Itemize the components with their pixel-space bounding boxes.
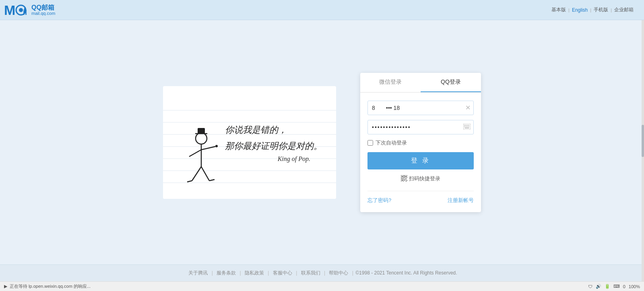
handwriting-text: 你说我是错的， 那你最好证明你是对的。 King of Pop. [177,122,322,163]
login-button[interactable]: 登 录 [367,152,474,169]
battery-icon: 🔋 [605,284,610,289]
forgot-password-link[interactable]: 忘了密码? [367,197,391,204]
illustration-line1: 你说我是错的， [225,122,322,138]
svg-rect-25 [464,125,465,126]
logo-url-label: mail.qq.com [31,11,55,16]
logo-svg: M il [4,2,28,18]
illustration-signature: King of Pop. [225,155,310,163]
tab-wechat[interactable]: 微信登录 [360,73,421,92]
top-nav-links: 基本版 | English | 手机版 | 企业邮箱 [549,6,636,13]
footer-link-privacy[interactable]: 隐私政策 [245,270,264,276]
scrollbar[interactable] [642,20,644,281]
volume-icon: 🔊 [596,284,601,289]
footer-link-about[interactable]: 关于腾讯 [188,270,208,276]
login-footer-links: 忘了密码? 注册新帐号 [367,191,474,204]
keyboard-icon[interactable] [463,124,471,130]
svg-text:M: M [4,2,15,18]
svg-rect-28 [469,125,470,126]
svg-text:il: il [23,8,27,17]
svg-rect-29 [464,126,465,127]
footer-sep-4: | [296,270,297,276]
footer-sep-5: | [324,270,325,276]
login-box: 微信登录 QQ登录 ✕ [360,73,481,212]
qr-icon [401,175,407,183]
qr-login-row[interactable]: 扫码快捷登录 [367,175,474,183]
play-icon: ▶ [4,284,7,289]
svg-rect-30 [466,126,467,127]
svg-rect-35 [402,176,403,177]
svg-rect-40 [405,179,405,180]
clear-icon[interactable]: ✕ [465,105,471,111]
nav-english-link[interactable]: English [570,7,590,13]
svg-rect-39 [402,180,403,181]
top-bar: M il QQ邮箱 mail.qq.com 基本版 | English | 手机… [0,0,644,20]
loading-text: 正在等待 lp.open.weixin.qq.com 的响应... [10,283,91,289]
keyboard-status-icon: ⌨ [613,284,620,289]
status-bar: ▶ 正在等待 lp.open.weixin.qq.com 的响应... 🛡 🔊 … [0,281,644,291]
nav-enterprise-link[interactable]: 企业邮箱 [612,6,636,13]
svg-rect-42 [405,180,405,181]
footer-link-help[interactable]: 帮助中心 [329,270,348,276]
zoom-level: 100% [629,284,640,289]
auto-login-label[interactable]: 下次自动登录 [376,139,407,147]
logo-icon: M il [4,2,28,18]
auto-login-checkbox[interactable] [367,140,373,146]
footer: 关于腾讯 | 服务条款 | 隐私政策 | 客服中心 | 联系我们 | 帮助中心 … [0,264,644,281]
username-input[interactable] [367,101,474,115]
svg-rect-41 [406,179,407,180]
svg-point-2 [19,8,23,12]
shield-icon: 🛡 [588,284,592,289]
footer-sep-3: | [268,270,269,276]
tab-qq[interactable]: QQ登录 [421,73,481,92]
svg-rect-33 [465,128,469,128]
login-tabs: 微信登录 QQ登录 [360,73,481,93]
footer-sep-2: | [240,270,241,276]
svg-rect-45 [406,181,407,182]
footer-sep-1: | [212,270,213,276]
status-right: 🛡 🔊 🔋 ⌨ 0 100% [588,284,640,289]
svg-rect-27 [467,125,468,126]
logo-text: QQ邮箱 mail.qq.com [31,4,55,16]
register-link[interactable]: 注册新帐号 [448,197,474,204]
footer-copyright: ©1998 - 2021 Tencent Inc. All Rights Res… [355,270,457,276]
password-wrapper [367,120,474,134]
center-wrapper: 你说我是错的， 那你最好证明你是对的。 King of Pop. 微信登录 QQ… [101,73,543,212]
status-left: ▶ 正在等待 lp.open.weixin.qq.com 的响应... [4,283,91,289]
logo-qq-label: QQ邮箱 [31,4,55,11]
footer-link-contact[interactable]: 联系我们 [301,270,320,276]
scrollbar-thumb[interactable] [642,125,644,157]
qr-icon-svg [401,175,407,182]
auto-login-row: 下次自动登录 [367,139,474,147]
svg-rect-31 [467,126,468,127]
svg-rect-44 [407,180,407,181]
password-input[interactable] [367,120,474,134]
footer-link-terms[interactable]: 服务条款 [217,270,236,276]
illustration-line2: 那你最好证明你是对的。 [225,138,322,154]
notification-count: 0 [623,284,625,289]
svg-rect-37 [405,176,407,177]
username-wrapper: ✕ [367,101,474,115]
qr-login-text: 扫码快捷登录 [409,175,440,182]
nav-mobile-link[interactable]: 手机版 [591,6,611,13]
illustration-area: 你说我是错的， 那你最好证明你是对的。 King of Pop. [163,86,336,199]
keyboard-svg [463,124,471,129]
logo-area: M il QQ邮箱 mail.qq.com [0,2,55,18]
svg-rect-32 [469,126,470,127]
nav-basic-link[interactable]: 基本版 [549,6,568,13]
svg-rect-26 [466,125,467,126]
footer-sep-6: | [352,270,353,276]
login-form: ✕ [360,93,481,212]
main-content: 你说我是错的， 那你最好证明你是对的。 King of Pop. 微信登录 QQ… [0,20,644,264]
footer-link-support[interactable]: 客服中心 [273,270,292,276]
